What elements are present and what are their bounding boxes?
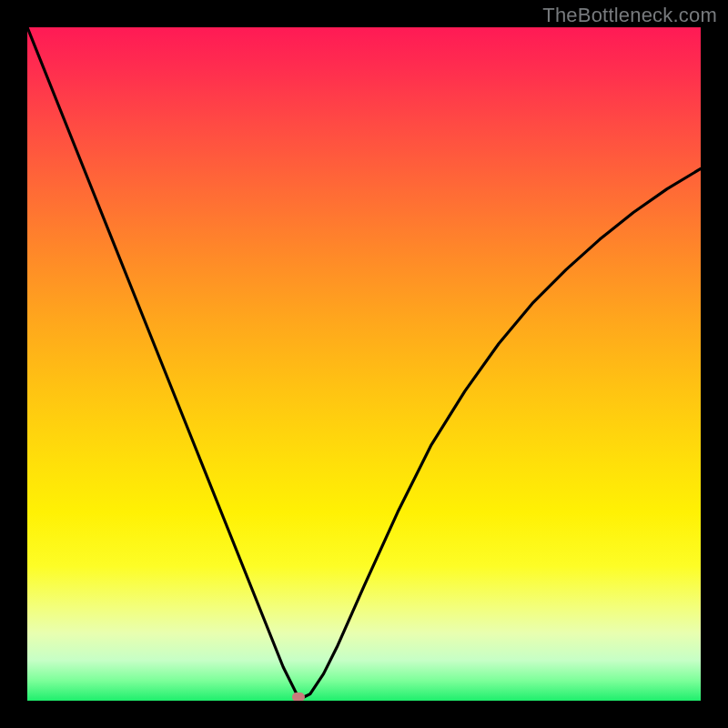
bottleneck-curve	[27, 27, 701, 701]
plot-area	[27, 27, 701, 701]
vertex-marker	[292, 693, 305, 701]
watermark-text: TheBottleneck.com	[542, 4, 717, 27]
chart-frame: TheBottleneck.com	[0, 0, 728, 728]
